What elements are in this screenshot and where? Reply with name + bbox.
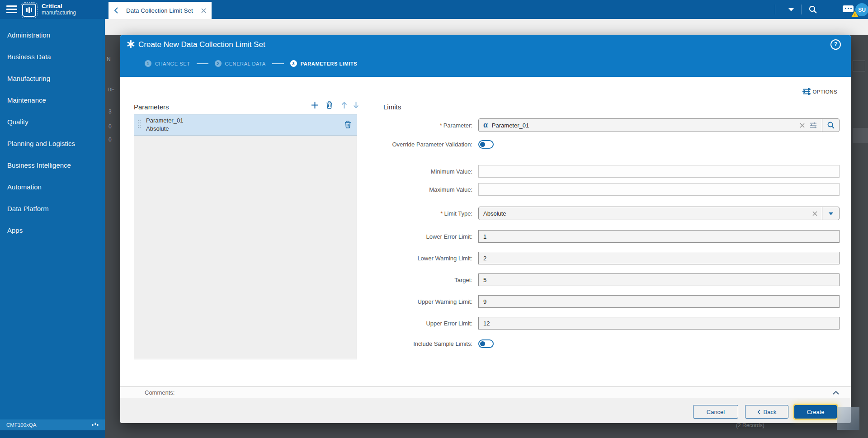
move-up-button[interactable] bbox=[341, 101, 348, 109]
wizard-step-1[interactable]: 1 bbox=[145, 60, 151, 67]
upper-error-limit-label: Upper Error Limit: bbox=[383, 320, 472, 327]
sidebar-item-maintenance[interactable]: Maintenance bbox=[0, 89, 105, 111]
wizard-connector bbox=[197, 63, 208, 64]
wizard-step-2[interactable]: 2 bbox=[215, 60, 222, 67]
sidebar-item-planning-and-logistics[interactable]: Planning and Logistics bbox=[0, 132, 105, 154]
occluded-column-fragment: N bbox=[107, 56, 111, 62]
maximum-value-row: Maximum Value: bbox=[383, 183, 840, 196]
wizard-connector bbox=[272, 63, 284, 64]
environment-name: CMF100xQA bbox=[6, 422, 92, 428]
maximum-value-input[interactable] bbox=[478, 183, 840, 196]
sidebar-item-business-intelligence[interactable]: Business Intelligence bbox=[0, 154, 105, 176]
brand-line1: Critical bbox=[42, 3, 76, 10]
advanced-filter-icon[interactable] bbox=[809, 122, 817, 129]
sidebar-item-business-data[interactable]: Business Data bbox=[0, 46, 105, 67]
occluded-panel-fragment bbox=[853, 128, 868, 143]
occluded-row-fragment: 3 bbox=[108, 108, 112, 115]
parameters-panel-title: Parameters bbox=[134, 103, 169, 111]
messages-icon[interactable] bbox=[843, 5, 854, 12]
page-toolbar bbox=[105, 19, 868, 35]
options-button[interactable]: OPTIONS bbox=[802, 88, 837, 95]
alpha-type-icon: α bbox=[483, 121, 488, 129]
collapse-chevron-icon[interactable] bbox=[833, 391, 839, 395]
tab-data-collection-limit-set[interactable]: Data Collection Limit Set bbox=[108, 2, 212, 19]
add-parameter-button[interactable] bbox=[311, 101, 319, 109]
move-down-button[interactable] bbox=[353, 101, 359, 109]
user-avatar[interactable]: SU bbox=[855, 3, 868, 16]
sidebar-item-apps[interactable]: Apps bbox=[0, 219, 105, 241]
drag-handle-icon[interactable] bbox=[138, 120, 142, 129]
parameter-lookup-field[interactable]: α Parameter_01 bbox=[478, 118, 840, 132]
limit-type-dropdown-button[interactable] bbox=[822, 207, 839, 220]
global-search-icon[interactable] bbox=[808, 5, 818, 14]
sidebar-item-manufacturing[interactable]: Manufacturing bbox=[0, 67, 105, 89]
include-sample-limits-label: Include Sample Limits: bbox=[383, 340, 472, 347]
top-bar: Critical manufacturing Data Collection L… bbox=[0, 0, 868, 19]
override-validation-row: Override Parameter Validation: bbox=[383, 140, 494, 149]
wizard-step-3-label: PARAMETERS LIMITS bbox=[301, 61, 358, 66]
sidebar-item-quality[interactable]: Quality bbox=[0, 111, 105, 132]
occluded-icon-fragment bbox=[853, 61, 865, 71]
critical-manufacturing-logo-icon[interactable] bbox=[22, 4, 36, 17]
topbar-separator bbox=[775, 5, 775, 14]
cursor-highlight-artifact bbox=[837, 407, 859, 430]
occluded-row-fragment: 0 bbox=[108, 123, 112, 130]
lower-error-limit-row: Lower Error Limit: bbox=[383, 230, 840, 243]
view-switch-caret-icon[interactable] bbox=[788, 8, 794, 14]
clear-parameter-icon[interactable] bbox=[800, 123, 805, 128]
limit-type-label: *Limit Type: bbox=[383, 210, 472, 217]
override-validation-toggle[interactable] bbox=[478, 140, 494, 149]
options-label: OPTIONS bbox=[812, 89, 837, 94]
minimum-value-label: Minimum Value: bbox=[383, 168, 472, 175]
dialog-title: Create New Data Collection Limit Set bbox=[138, 40, 265, 49]
lower-error-limit-input[interactable] bbox=[478, 230, 840, 243]
back-button[interactable]: Back bbox=[745, 405, 788, 419]
required-asterisk: * bbox=[440, 122, 442, 129]
wizard-step-3[interactable]: 3 bbox=[290, 60, 297, 67]
cancel-button[interactable]: Cancel bbox=[693, 405, 738, 419]
help-icon[interactable]: ? bbox=[830, 39, 841, 50]
environment-data-icon bbox=[92, 423, 99, 428]
upper-warning-limit-row: Upper Warning Limit: bbox=[383, 295, 840, 308]
wizard-steps: 1 CHANGE SET 2 GENERAL DATA 3 PARAMETERS… bbox=[145, 60, 363, 67]
parameter-item-type: Absolute bbox=[146, 125, 169, 132]
minimum-value-input[interactable] bbox=[478, 165, 840, 178]
chevron-down-icon bbox=[829, 212, 833, 217]
parameter-list-item-selected[interactable]: Parameter_01 Absolute bbox=[134, 114, 357, 136]
sidebar-item-administration[interactable]: Administration bbox=[0, 24, 105, 46]
upper-error-limit-row: Upper Error Limit: bbox=[383, 317, 840, 330]
parameters-list: Parameter_01 Absolute bbox=[134, 114, 357, 359]
upper-warning-limit-label: Upper Warning Limit: bbox=[383, 298, 472, 305]
clear-limit-type-icon[interactable] bbox=[812, 211, 817, 216]
comments-label: Comments: bbox=[145, 389, 175, 396]
wizard-step-2-label: GENERAL DATA bbox=[225, 61, 266, 66]
tab-title: Data Collection Limit Set bbox=[126, 7, 193, 14]
item-delete-icon[interactable] bbox=[344, 121, 351, 128]
tab-close-icon[interactable] bbox=[201, 8, 206, 13]
sidebar-item-data-platform[interactable]: Data Platform bbox=[0, 198, 105, 219]
create-new-icon bbox=[127, 40, 135, 48]
minimum-value-row: Minimum Value: bbox=[383, 165, 840, 178]
records-count: (2 Records) bbox=[736, 422, 764, 429]
upper-error-limit-input[interactable] bbox=[478, 317, 840, 330]
environment-bar: CMF100xQA bbox=[0, 419, 105, 430]
tab-back-chevron-icon[interactable] bbox=[114, 7, 118, 14]
create-button[interactable]: Create bbox=[794, 405, 837, 419]
maximum-value-label: Maximum Value: bbox=[383, 186, 472, 193]
create-limit-set-dialog: Create New Data Collection Limit Set ? 1… bbox=[120, 35, 851, 423]
sidebar-item-automation[interactable]: Automation bbox=[0, 176, 105, 198]
brand-line2: manufacturing bbox=[42, 10, 76, 16]
include-sample-limits-toggle[interactable] bbox=[478, 339, 494, 348]
limits-section-title: Limits bbox=[383, 103, 401, 111]
back-label: Back bbox=[764, 409, 777, 415]
brand-text: Critical manufacturing bbox=[42, 3, 76, 16]
menu-hamburger-icon[interactable] bbox=[6, 5, 17, 14]
limit-type-row: *Limit Type: Absolute bbox=[383, 207, 840, 220]
target-input[interactable] bbox=[478, 273, 840, 286]
lower-warning-limit-input[interactable] bbox=[478, 252, 840, 264]
limit-type-select[interactable]: Absolute bbox=[478, 207, 840, 220]
delete-parameter-button[interactable] bbox=[326, 101, 333, 109]
parameter-search-button[interactable] bbox=[822, 119, 839, 132]
dialog-footer: Cancel Back Create bbox=[120, 398, 851, 423]
upper-warning-limit-input[interactable] bbox=[478, 295, 840, 308]
